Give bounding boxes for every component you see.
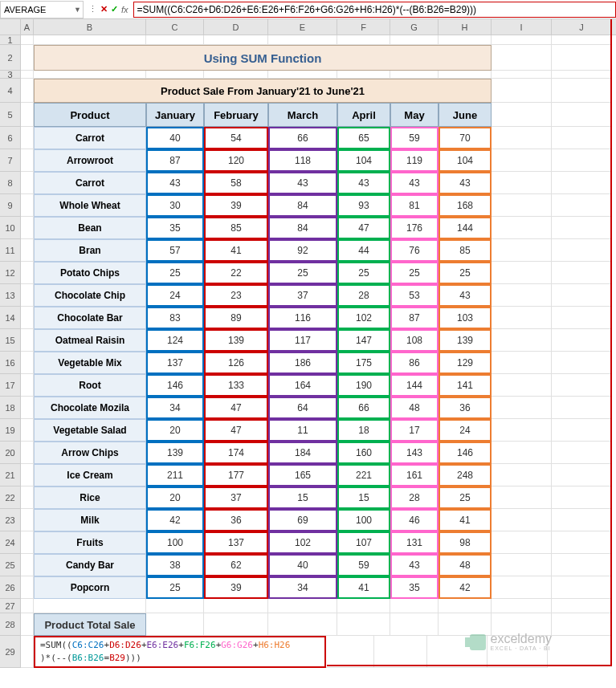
value-cell[interactable]: 25 bbox=[390, 262, 439, 284]
value-cell[interactable]: 28 bbox=[390, 486, 439, 509]
row-header[interactable]: 11 bbox=[0, 239, 21, 262]
value-cell[interactable]: 221 bbox=[337, 464, 390, 486]
row-header[interactable]: 9 bbox=[0, 194, 21, 217]
value-cell[interactable]: 141 bbox=[439, 374, 492, 397]
value-cell[interactable]: 25 bbox=[337, 262, 390, 284]
value-cell[interactable]: 102 bbox=[337, 307, 390, 329]
value-cell[interactable]: 34 bbox=[268, 576, 337, 599]
product-cell[interactable]: Chocolate Mozila bbox=[34, 397, 146, 419]
value-cell[interactable]: 25 bbox=[439, 486, 492, 509]
product-cell[interactable]: Fruits bbox=[34, 531, 146, 554]
value-cell[interactable]: 86 bbox=[390, 352, 439, 374]
col-header[interactable]: B bbox=[34, 19, 146, 35]
value-cell[interactable]: 42 bbox=[146, 509, 204, 531]
row-header[interactable]: 3 bbox=[0, 71, 21, 79]
value-cell[interactable]: 76 bbox=[390, 239, 439, 262]
value-cell[interactable]: 41 bbox=[337, 576, 390, 599]
value-cell[interactable]: 89 bbox=[204, 307, 268, 329]
value-cell[interactable]: 98 bbox=[439, 531, 492, 554]
value-cell[interactable]: 34 bbox=[146, 397, 204, 419]
value-cell[interactable]: 211 bbox=[146, 464, 204, 486]
value-cell[interactable]: 20 bbox=[146, 419, 204, 442]
cancel-icon[interactable]: ✕ bbox=[100, 4, 108, 14]
row-header[interactable]: 8 bbox=[0, 172, 21, 194]
value-cell[interactable]: 165 bbox=[268, 464, 337, 486]
value-cell[interactable]: 23 bbox=[204, 284, 268, 307]
value-cell[interactable]: 84 bbox=[268, 217, 337, 239]
name-box[interactable]: AVERAGE ▼ bbox=[0, 1, 84, 18]
product-cell[interactable]: Bean bbox=[34, 217, 146, 239]
value-cell[interactable]: 87 bbox=[390, 307, 439, 329]
value-cell[interactable]: 24 bbox=[439, 419, 492, 442]
value-cell[interactable]: 59 bbox=[390, 127, 439, 149]
value-cell[interactable]: 40 bbox=[146, 127, 204, 149]
value-cell[interactable]: 43 bbox=[390, 554, 439, 576]
value-cell[interactable]: 117 bbox=[268, 329, 337, 352]
row-header[interactable]: 6 bbox=[0, 127, 21, 149]
product-cell[interactable]: Carrot bbox=[34, 127, 146, 149]
value-cell[interactable]: 17 bbox=[390, 419, 439, 442]
value-cell[interactable]: 22 bbox=[204, 262, 268, 284]
value-cell[interactable]: 25 bbox=[146, 262, 204, 284]
value-cell[interactable]: 25 bbox=[268, 262, 337, 284]
product-cell[interactable]: Root bbox=[34, 374, 146, 397]
value-cell[interactable]: 186 bbox=[268, 352, 337, 374]
row-header[interactable]: 2 bbox=[0, 45, 21, 71]
col-header[interactable]: C bbox=[146, 19, 204, 35]
value-cell[interactable]: 100 bbox=[146, 531, 204, 554]
value-cell[interactable]: 144 bbox=[390, 374, 439, 397]
table-header[interactable]: February bbox=[204, 103, 268, 127]
row-header[interactable]: 17 bbox=[0, 374, 21, 397]
value-cell[interactable]: 20 bbox=[146, 486, 204, 509]
row-header[interactable]: 28 bbox=[0, 613, 21, 636]
value-cell[interactable]: 103 bbox=[439, 307, 492, 329]
value-cell[interactable]: 176 bbox=[390, 217, 439, 239]
value-cell[interactable]: 57 bbox=[146, 239, 204, 262]
value-cell[interactable]: 18 bbox=[337, 419, 390, 442]
product-cell[interactable]: Milk bbox=[34, 509, 146, 531]
value-cell[interactable]: 146 bbox=[439, 442, 492, 464]
row-header[interactable]: 26 bbox=[0, 576, 21, 599]
value-cell[interactable]: 43 bbox=[390, 172, 439, 194]
value-cell[interactable]: 147 bbox=[337, 329, 390, 352]
value-cell[interactable]: 37 bbox=[204, 486, 268, 509]
value-cell[interactable]: 146 bbox=[146, 374, 204, 397]
value-cell[interactable]: 25 bbox=[146, 576, 204, 599]
row-header[interactable]: 20 bbox=[0, 442, 21, 464]
value-cell[interactable]: 25 bbox=[439, 262, 492, 284]
value-cell[interactable]: 28 bbox=[337, 284, 390, 307]
col-header[interactable]: D bbox=[204, 19, 268, 35]
value-cell[interactable]: 164 bbox=[268, 374, 337, 397]
row-header[interactable]: 5 bbox=[0, 103, 21, 127]
value-cell[interactable]: 30 bbox=[146, 194, 204, 217]
row-header[interactable]: 29 bbox=[0, 636, 21, 668]
row-header[interactable]: 27 bbox=[0, 599, 21, 613]
value-cell[interactable]: 46 bbox=[390, 509, 439, 531]
product-cell[interactable]: Rice bbox=[34, 486, 146, 509]
value-cell[interactable]: 248 bbox=[439, 464, 492, 486]
value-cell[interactable]: 190 bbox=[337, 374, 390, 397]
product-cell[interactable]: Potato Chips bbox=[34, 262, 146, 284]
value-cell[interactable]: 48 bbox=[439, 554, 492, 576]
value-cell[interactable]: 124 bbox=[146, 329, 204, 352]
value-cell[interactable]: 42 bbox=[439, 576, 492, 599]
product-cell[interactable]: Arrow Chips bbox=[34, 442, 146, 464]
table-header[interactable]: January bbox=[146, 103, 204, 127]
col-header[interactable]: E bbox=[268, 19, 337, 35]
value-cell[interactable]: 65 bbox=[337, 127, 390, 149]
value-cell[interactable]: 139 bbox=[204, 329, 268, 352]
value-cell[interactable]: 100 bbox=[337, 509, 390, 531]
value-cell[interactable]: 53 bbox=[390, 284, 439, 307]
value-cell[interactable]: 107 bbox=[337, 531, 390, 554]
accept-icon[interactable]: ✓ bbox=[111, 4, 118, 14]
value-cell[interactable]: 108 bbox=[390, 329, 439, 352]
row-header[interactable]: 22 bbox=[0, 486, 21, 509]
row-header[interactable]: 19 bbox=[0, 419, 21, 442]
name-box-dropdown-icon[interactable]: ▼ bbox=[74, 6, 81, 14]
value-cell[interactable]: 177 bbox=[204, 464, 268, 486]
value-cell[interactable]: 15 bbox=[337, 486, 390, 509]
row-header[interactable]: 4 bbox=[0, 79, 21, 103]
row-header[interactable]: 10 bbox=[0, 217, 21, 239]
value-cell[interactable]: 81 bbox=[390, 194, 439, 217]
value-cell[interactable]: 37 bbox=[268, 284, 337, 307]
